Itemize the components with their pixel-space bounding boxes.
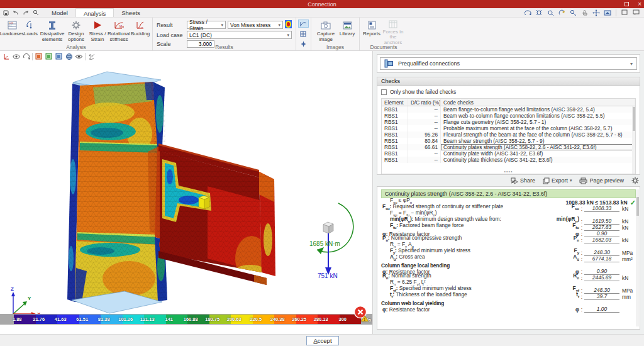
loads-button[interactable]: Loads [21, 19, 40, 45]
result-value-select[interactable]: Von Mises stress▾ [228, 21, 283, 29]
color-scale-segments: 1.8821.7641.6361.5181.38101.26121.131411… [14, 315, 361, 324]
axes-triad-icon[interactable] [2, 52, 10, 60]
restore-window-icon[interactable] [625, 2, 629, 6]
loads-icon [26, 20, 36, 31]
eye-icon[interactable] [75, 52, 83, 60]
check-detail-card: Continuity plates strength (AISC 358-22,… [377, 186, 640, 330]
check-row[interactable]: RBS166.61Continuity plates strength (AIS… [382, 144, 635, 150]
share-button[interactable]: Share [511, 177, 535, 184]
mesh-toggle-icon[interactable] [298, 30, 309, 38]
close-window-icon[interactable]: × [638, 0, 641, 8]
capture-image-button[interactable]: Capture image [314, 19, 338, 45]
detail-row: φ: Resistance factorφ:1.00 [381, 306, 636, 313]
rotate-view-icon[interactable] [524, 9, 532, 16]
check-row[interactable]: RBS180.84Beam shear strength (AISC 358-2… [382, 138, 635, 144]
rotational-stiffness-icon: Mφ [114, 20, 124, 31]
checks-scrollbar[interactable] [632, 106, 635, 174]
pan-icon[interactable] [580, 9, 589, 16]
dissipative-elements-button[interactable]: Dissipative elements [40, 19, 64, 45]
zoom-cut-icon[interactable] [558, 9, 566, 16]
magnifier-icon[interactable] [569, 9, 577, 16]
sphere-icon[interactable] [65, 52, 73, 60]
tab-sheets[interactable]: Sheets [114, 8, 148, 17]
results-group-label: Results [153, 44, 296, 50]
plate-red-icon[interactable] [35, 52, 43, 60]
maximize-pane-icon[interactable] [621, 9, 629, 16]
report-actions: Share Export▾ Page preview [377, 175, 640, 186]
stress-strain-button[interactable]: Stress / Strain [88, 19, 107, 45]
save-icon[interactable] [3, 10, 9, 16]
table-resize-handle[interactable]: •••• [382, 170, 635, 174]
check-failed-badge[interactable]: ! [353, 305, 369, 321]
window-title: Connection [0, 1, 644, 8]
undo-icon[interactable] [13, 10, 19, 16]
model-viewport[interactable]: Z Y X 1685 kN·m 751 kN 1.8821.7641.6361.… [0, 51, 372, 334]
angles-icon[interactable] [87, 52, 96, 60]
export-button[interactable]: Export▾ [543, 177, 572, 184]
check-row[interactable]: RBS1--Beam flange-to-column flange weld … [382, 106, 635, 113]
tab-analysis[interactable]: Analysis [75, 8, 114, 17]
bottom-bar: Accept [0, 334, 644, 346]
check-row[interactable]: RBS1--Flange cuts geometry (AISC 358-22,… [382, 119, 635, 125]
library-button[interactable]: Library [338, 19, 357, 45]
search-icon[interactable] [33, 9, 39, 16]
rotate-model-icon[interactable] [22, 52, 30, 60]
color-scale-icon[interactable] [285, 20, 292, 30]
rotational-stiffness-button[interactable]: Mφ Rotational stiffness [107, 19, 131, 45]
i-beam-icon [48, 20, 57, 31]
checks-table-header: Element D/C ratio (%) Code checks [382, 99, 635, 106]
move-icon[interactable] [592, 9, 600, 16]
tab-model[interactable]: Model [44, 8, 75, 17]
checks-table: Element D/C ratio (%) Code checks RBS1--… [381, 98, 636, 174]
zoom-window-icon[interactable] [547, 9, 555, 16]
accept-button[interactable]: Accept [306, 336, 339, 345]
connection-icon [384, 59, 394, 68]
failed-checks-label: Only show the failed checks [390, 89, 456, 95]
orbit-icon[interactable] [12, 52, 20, 60]
loadcases-button[interactable]: 123LC Loadcases [3, 19, 21, 45]
export-icon [543, 177, 550, 184]
result-type-select[interactable]: Stress / Strain▾ [187, 21, 226, 29]
camera-icon [321, 20, 331, 31]
zoom-extents-icon[interactable] [535, 9, 543, 16]
connection-type-select[interactable]: Prequalified connections ▾ [380, 57, 637, 70]
beam [158, 143, 275, 285]
report-settings-button[interactable] [631, 177, 639, 184]
failed-checks-checkbox[interactable] [381, 89, 387, 95]
check-row[interactable]: RBS1--Continuity plate thickness (AISC 3… [382, 157, 635, 163]
reports-button[interactable]: Reports [362, 19, 381, 45]
feedback-icon[interactable] [632, 9, 640, 16]
deformed-shape-icon[interactable] [298, 20, 309, 28]
check-row[interactable]: RBS1--Beam web-to-column flange connecti… [382, 113, 635, 119]
ribbon-group-analysis: 123LC Loadcases Loads Dissipative elemen… [0, 18, 153, 50]
svg-text:!: ! [364, 317, 365, 321]
detail-scrollbar[interactable] [636, 189, 639, 326]
library-icon [343, 20, 352, 31]
load-case-select[interactable]: LC1 (DC)▾ [187, 31, 292, 39]
page-preview-button[interactable]: Page preview [579, 177, 624, 184]
plate-green-icon[interactable] [45, 52, 53, 60]
fit-view-icon[interactable] [603, 9, 611, 16]
viewport-toolbar [2, 52, 96, 60]
check-row[interactable]: RBS195.26Flexural strength of the beam a… [382, 131, 635, 138]
view-options-minitoolbar [296, 18, 311, 50]
redo-icon[interactable] [23, 10, 29, 16]
detail-rows: Fsu ≤ φPn1008.33 kN ≤ 1513.83 kN✓Fsu: Re… [381, 199, 636, 313]
check-row[interactable]: RBS1--Probable maximum moment at the fac… [382, 125, 635, 131]
run-analysis-icon [93, 20, 102, 31]
share-icon [511, 177, 518, 184]
ribbon-group-results: Result Stress / Strain▾ Von Mises stress… [153, 18, 296, 50]
images-group-label: Images [311, 44, 359, 50]
anchors-table-icon [389, 20, 397, 29]
svg-text:LC: LC [9, 25, 13, 27]
supports-toggle-icon[interactable] [298, 40, 309, 48]
stress-color-scale: 1.8821.7641.6361.5181.38101.26121.131411… [0, 314, 372, 325]
axis-z-label: Z [11, 286, 14, 292]
check-row[interactable]: RBS1--Continuity plate width (AISC 341-2… [382, 150, 635, 157]
app-window: Connection × Model Analysis Sheets [0, 0, 644, 346]
titlebar: Connection × [0, 0, 644, 8]
plate-blue-icon[interactable] [55, 52, 63, 60]
buckling-button[interactable]: cr Buckling [131, 19, 150, 45]
design-options-button[interactable]: Design options [64, 19, 88, 45]
fem-model: Z Y X [0, 51, 372, 333]
